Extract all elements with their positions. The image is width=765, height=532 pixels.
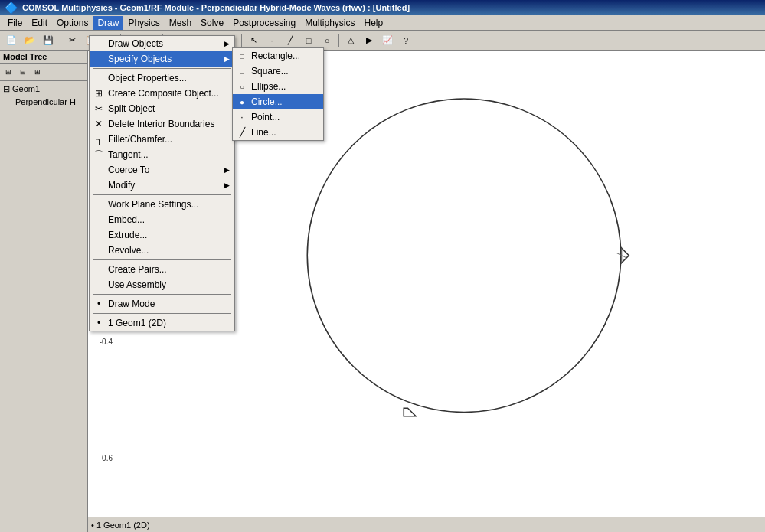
- revolve-icon: [93, 244, 105, 256]
- sep5: [338, 34, 339, 47]
- model-tree-title: Model Tree: [3, 52, 47, 61]
- draw-menu: Draw Objects Specify Objects Object Prop…: [89, 35, 235, 331]
- menu-postprocessing[interactable]: Postprocessing: [228, 16, 300, 30]
- tree-btn-2[interactable]: ⊟: [16, 65, 30, 79]
- menu-edit[interactable]: Edit: [27, 16, 52, 30]
- model-tree-content: ⊟ Geom1 Perpendicular H: [0, 81, 87, 109]
- split-object-icon: ✂: [93, 103, 105, 115]
- sep-2: [93, 194, 231, 195]
- fillet-icon: ╮: [93, 133, 105, 145]
- arrow-bottom: [404, 408, 416, 416]
- sep1: [60, 34, 60, 47]
- tb-select[interactable]: ↖: [245, 32, 262, 49]
- geom1-2d-icon: •: [93, 317, 105, 329]
- delete-interior-icon: ✕: [93, 118, 105, 130]
- line-icon: ╱: [236, 126, 248, 139]
- tangent-icon: ⌒: [93, 149, 105, 161]
- coerce-to-icon: [93, 164, 105, 176]
- status-bar: • 1 Geom1 (2D): [88, 517, 765, 532]
- specify-objects-submenu: □ Rectangle... □ Square... ○ Ellipse... …: [232, 47, 324, 141]
- y-label-neg06: -0.6: [100, 454, 113, 462]
- modify-icon: [93, 179, 105, 191]
- title-text: COMSOL Multiphysics - Geom1/RF Module - …: [22, 3, 410, 12]
- menu-physics[interactable]: Physics: [123, 16, 164, 30]
- menu-circle[interactable]: ● Circle...: [233, 94, 323, 109]
- menu-draw-objects[interactable]: Draw Objects: [90, 36, 234, 51]
- tb-new[interactable]: 📄: [3, 32, 20, 49]
- menu-coerce-to[interactable]: Coerce To: [90, 162, 234, 178]
- menu-tangent[interactable]: ⌒ Tangent...: [90, 147, 234, 162]
- tb-solve[interactable]: ▶: [361, 32, 378, 49]
- menu-split-object[interactable]: ✂ Split Object: [90, 101, 234, 116]
- model-tree-header: Model Tree: [0, 51, 87, 64]
- menu-rectangle[interactable]: □ Rectangle...: [233, 48, 323, 64]
- status-text: • 1 Geom1 (2D): [91, 521, 150, 530]
- square-icon: □: [236, 65, 248, 77]
- tb-mesh[interactable]: △: [342, 32, 359, 49]
- tree-btn-3[interactable]: ⊞: [31, 65, 44, 79]
- circle-icon: ●: [236, 96, 248, 108]
- menu-help[interactable]: Help: [360, 16, 388, 30]
- menu-file[interactable]: File: [3, 16, 27, 30]
- tb-draw-line[interactable]: ╱: [282, 32, 299, 49]
- create-composite-icon: ⊞: [93, 87, 105, 100]
- tree-perp-hybrid[interactable]: Perpendicular H: [15, 97, 76, 106]
- tree-root-icon: ⊟: [3, 84, 12, 93]
- menu-geom1-2d[interactable]: • 1 Geom1 (2D): [90, 315, 234, 331]
- point-icon: ·: [236, 111, 248, 123]
- menu-line[interactable]: ╱ Line...: [233, 125, 323, 140]
- tb-cut[interactable]: ✂: [64, 32, 80, 49]
- tb-draw-rect[interactable]: □: [300, 32, 317, 49]
- menu-options[interactable]: Options: [52, 16, 93, 30]
- menu-point[interactable]: · Point...: [233, 109, 323, 125]
- menu-draw-mode[interactable]: • Draw Mode: [90, 296, 234, 312]
- use-assembly-icon: [93, 279, 105, 291]
- menu-mesh[interactable]: Mesh: [165, 16, 196, 30]
- menu-draw[interactable]: Draw: [93, 16, 123, 30]
- tb-draw-point[interactable]: ·: [263, 32, 280, 49]
- sep-3: [93, 259, 231, 260]
- menu-extrude[interactable]: Extrude...: [90, 227, 234, 243]
- menu-revolve[interactable]: Revolve...: [90, 243, 234, 258]
- sep-4: [93, 294, 231, 295]
- tb-plot[interactable]: 📈: [379, 32, 396, 49]
- tb-help[interactable]: ?: [397, 32, 414, 49]
- sep4: [241, 34, 242, 47]
- tree-btn-1[interactable]: ⊞: [2, 65, 15, 79]
- model-tree-toolbar: ⊞ ⊟ ⊞: [0, 64, 87, 81]
- app-icon: 🔷: [5, 2, 18, 14]
- tree-geom1[interactable]: Geom1: [12, 84, 40, 93]
- object-properties-icon: [93, 72, 105, 84]
- menu-object-properties[interactable]: Object Properties...: [90, 70, 234, 86]
- draw-mode-icon: •: [93, 298, 105, 310]
- y-label-neg04: -0.4: [100, 338, 113, 346]
- embed-icon: [93, 214, 105, 226]
- specify-objects-icon: [93, 53, 105, 65]
- tb-save[interactable]: 💾: [40, 32, 57, 49]
- draw-objects-icon: [93, 38, 105, 50]
- menu-solve[interactable]: Solve: [196, 16, 228, 30]
- tb-draw-circle[interactable]: ○: [319, 32, 335, 49]
- tb-open[interactable]: 📂: [21, 32, 38, 49]
- menu-specify-objects[interactable]: Specify Objects: [90, 51, 234, 67]
- menu-bar: File Edit Options Draw Physics Mesh Solv…: [0, 15, 765, 31]
- menu-create-composite[interactable]: ⊞ Create Composite Object...: [90, 86, 234, 101]
- menu-use-assembly[interactable]: Use Assembly: [90, 277, 234, 292]
- ellipse-icon: ○: [236, 80, 248, 93]
- menu-modify[interactable]: Modify: [90, 178, 234, 193]
- menu-ellipse[interactable]: ○ Ellipse...: [233, 79, 323, 94]
- work-plane-icon: [93, 198, 105, 211]
- menu-square[interactable]: □ Square...: [233, 64, 323, 79]
- menu-work-plane[interactable]: Work Plane Settings...: [90, 197, 234, 212]
- title-bar: 🔷 COMSOL Multiphysics - Geom1/RF Module …: [0, 0, 765, 15]
- menu-delete-interior[interactable]: ✕ Delete Interior Boundaries: [90, 116, 234, 132]
- menu-multiphysics[interactable]: Multiphysics: [300, 16, 359, 30]
- sep-1: [93, 68, 231, 69]
- menu-create-pairs[interactable]: Create Pairs...: [90, 262, 234, 277]
- create-pairs-icon: [93, 263, 105, 276]
- extrude-icon: [93, 229, 105, 241]
- left-panel: Model Tree ⊞ ⊟ ⊞ ⊟ Geom1 Perpendicular H: [0, 51, 88, 532]
- menu-embed[interactable]: Embed...: [90, 212, 234, 227]
- circle-geometry: [307, 99, 621, 413]
- menu-fillet-chamfer[interactable]: ╮ Fillet/Chamfer...: [90, 132, 234, 147]
